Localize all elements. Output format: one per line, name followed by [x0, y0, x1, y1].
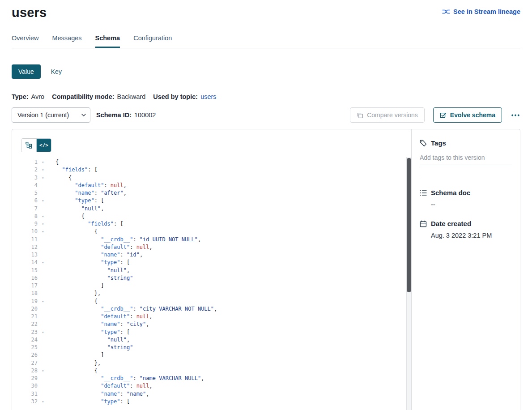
- code-text: "name": "id",: [55, 251, 143, 259]
- stream-lineage-label: See in Stream lineage: [453, 8, 520, 15]
- schema-panel: </> 1▾{2▾ "fields": [3▾ {4 "default": nu…: [12, 129, 520, 410]
- line-number: 3: [21, 174, 38, 182]
- line-number: 1: [21, 158, 38, 166]
- code-line: 16 "string": [21, 274, 411, 282]
- schema-id-label: Schema ID:: [96, 111, 132, 119]
- code-line: 31 "name": "name",: [21, 390, 411, 398]
- fold-spacer: [40, 182, 46, 189]
- schema-doc-value: --: [431, 201, 512, 208]
- code-view-button[interactable]: </>: [36, 139, 51, 152]
- schema-meta: Type: Avro Compatibility mode: Backward …: [12, 93, 520, 100]
- code-text: ]: [55, 351, 104, 359]
- tags-title: Tags: [431, 139, 446, 147]
- topic-link[interactable]: users: [200, 93, 216, 100]
- code-line: 23▾ "type": [: [21, 329, 411, 336]
- tab-configuration[interactable]: Configuration: [133, 34, 172, 48]
- code-line: 27 },: [21, 359, 411, 367]
- version-select-wrapper: Version 1 (current): [12, 107, 90, 123]
- fold-spacer: [40, 243, 46, 251]
- line-number: 29: [21, 375, 38, 382]
- fold-toggle-icon[interactable]: ▾: [40, 329, 46, 336]
- code-line: 15 "null",: [21, 267, 411, 274]
- line-number: 6: [21, 197, 38, 205]
- code-line: 14▾ "type": [: [21, 259, 411, 266]
- compatibility-value: Backward: [117, 93, 146, 100]
- fold-toggle-icon[interactable]: ▾: [40, 197, 46, 205]
- fold-spacer: [40, 282, 46, 290]
- schema-doc-title: Schema doc: [431, 189, 470, 196]
- scrollbar-thumb[interactable]: [407, 158, 411, 292]
- fold-spacer: [40, 251, 46, 259]
- fold-spacer: [40, 236, 46, 243]
- line-number: 24: [21, 336, 38, 344]
- line-number: 27: [21, 359, 38, 367]
- code-text: "name": "city",: [55, 320, 149, 328]
- code-line: 29 "__crdb__": "name VARCHAR NULL",: [21, 375, 411, 382]
- line-number: 16: [21, 274, 38, 282]
- code-line: 9▾ "fields": [: [21, 220, 411, 228]
- fold-spacer: [40, 205, 46, 213]
- topic-label: Used by topic:: [153, 93, 198, 100]
- fold-spacer: [40, 189, 46, 197]
- tag-icon: [420, 140, 427, 147]
- fold-toggle-icon[interactable]: ▾: [40, 398, 46, 406]
- code-text: "null",: [55, 267, 130, 274]
- compare-versions-button[interactable]: Compare versions: [350, 107, 425, 123]
- compatibility-label: Compatibility mode:: [52, 93, 114, 100]
- tab-bar: Overview Messages Schema Configuration: [12, 34, 520, 48]
- fold-toggle-icon[interactable]: ▾: [40, 228, 46, 235]
- date-created-section: Date created Aug. 3 2022 3:21 PM: [420, 220, 512, 239]
- line-number: 15: [21, 267, 38, 274]
- code-text: "string": [55, 274, 133, 282]
- fold-spacer: [40, 313, 46, 320]
- fold-toggle-icon[interactable]: ▾: [40, 367, 46, 375]
- stream-lineage-link[interactable]: See in Stream lineage: [442, 8, 520, 15]
- date-created-value: Aug. 3 2022 3:21 PM: [431, 232, 512, 239]
- key-toggle-button[interactable]: Key: [44, 64, 68, 79]
- code-text: "null",: [55, 205, 104, 213]
- page: users See in Stream lineage Overview Mes…: [0, 0, 532, 410]
- code-line: 20 "__crdb__": "city VARCHAR NOT NULL",: [21, 305, 411, 313]
- fold-spacer: [40, 320, 46, 328]
- line-number: 13: [21, 251, 38, 259]
- code-line: 32▾ "type": [: [21, 398, 411, 406]
- fold-toggle-icon[interactable]: ▾: [40, 166, 46, 174]
- line-number: 9: [21, 220, 38, 228]
- code-line: 13 "name": "id",: [21, 251, 411, 259]
- fold-toggle-icon[interactable]: ▾: [40, 220, 46, 228]
- line-number: 11: [21, 236, 38, 243]
- code-text: "type": [: [55, 197, 104, 205]
- controls-right: Compare versions Evolve schema: [350, 107, 520, 123]
- tree-view-button[interactable]: [21, 139, 36, 152]
- version-select[interactable]: Version 1 (current): [12, 107, 90, 123]
- schema-editor: </> 1▾{2▾ "fields": [3▾ {4 "default": nu…: [12, 129, 411, 410]
- code-line: 4 "default": null,: [21, 182, 411, 189]
- evolve-schema-button[interactable]: Evolve schema: [433, 107, 502, 123]
- line-number: 18: [21, 290, 38, 297]
- fold-toggle-icon[interactable]: ▾: [40, 174, 46, 182]
- tags-section: Tags: [420, 139, 512, 165]
- tab-schema[interactable]: Schema: [95, 34, 120, 48]
- code-text: "fields": [: [55, 166, 98, 174]
- fold-spacer: [40, 359, 46, 367]
- code-line: 22 "name": "city",: [21, 320, 411, 328]
- code-line: 8▾ {: [21, 213, 411, 220]
- fold-spacer: [40, 351, 46, 359]
- tab-overview[interactable]: Overview: [12, 34, 38, 48]
- code-view-icon: </>: [39, 142, 48, 148]
- tab-messages[interactable]: Messages: [52, 34, 81, 48]
- code-line: 26 ]: [21, 351, 411, 359]
- fold-toggle-icon[interactable]: ▾: [40, 213, 46, 220]
- fold-spacer: [40, 344, 46, 351]
- tags-input[interactable]: [420, 154, 512, 165]
- code-line: 30 "default": null,: [21, 382, 411, 390]
- fold-toggle-icon[interactable]: ▾: [40, 259, 46, 266]
- value-toggle-button[interactable]: Value: [12, 64, 41, 79]
- fold-toggle-icon[interactable]: ▾: [40, 298, 46, 305]
- fold-spacer: [40, 390, 46, 398]
- line-number: 20: [21, 305, 38, 313]
- calendar-icon: [420, 220, 427, 227]
- fold-toggle-icon[interactable]: ▾: [40, 158, 46, 166]
- code-line: 18 },: [21, 290, 411, 297]
- more-options-button[interactable]: [511, 112, 520, 118]
